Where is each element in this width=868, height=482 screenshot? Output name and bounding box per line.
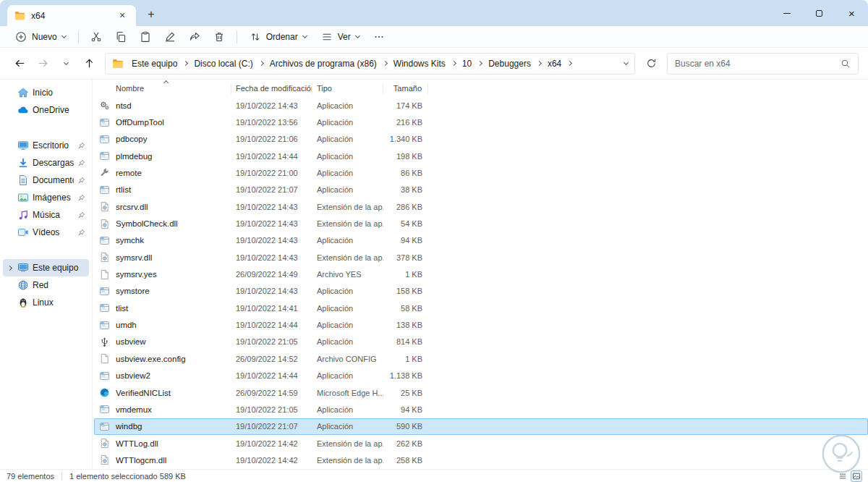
- file-name-cell: umdh: [94, 320, 231, 331]
- close-button[interactable]: ×: [835, 0, 868, 26]
- breadcrumb-separator-icon[interactable]: [183, 61, 188, 66]
- table-row[interactable]: usbview2 19/10/2022 14:44 Aplicación 1.1…: [94, 368, 868, 384]
- more-options-button[interactable]: [367, 27, 391, 47]
- file-name-cell: tlist: [94, 303, 231, 313]
- new-button[interactable]: Nuevo: [9, 27, 72, 47]
- column-header-tipo[interactable]: Tipo: [312, 83, 383, 94]
- chevron-right-icon[interactable]: [7, 265, 12, 270]
- search-box[interactable]: Buscar en x64: [667, 53, 859, 75]
- sidebar-item-música[interactable]: Música: [3, 206, 89, 224]
- plus-circle-icon: [15, 31, 27, 43]
- breadcrumb-item[interactable]: Debuggers: [485, 56, 535, 71]
- tab-close-icon[interactable]: ×: [116, 9, 129, 22]
- share-button[interactable]: [183, 27, 206, 47]
- breadcrumb-item[interactable]: Windows Kits: [390, 56, 449, 71]
- breadcrumb-item[interactable]: Disco local (C:): [190, 56, 256, 71]
- network-icon: [17, 279, 29, 291]
- breadcrumb-item[interactable]: Este equipo: [128, 56, 181, 71]
- new-tab-button[interactable]: +: [142, 5, 161, 24]
- breadcrumb-item[interactable]: 10: [459, 56, 475, 71]
- table-row[interactable]: symsrv.dll 19/10/2022 14:43 Extensión de…: [94, 249, 868, 266]
- table-row[interactable]: windbg 19/10/2022 21:07 Aplicación 590 K…: [94, 418, 868, 435]
- refresh-button[interactable]: [641, 54, 661, 74]
- pin-icon: [77, 158, 86, 167]
- sort-button[interactable]: Ordenar: [243, 27, 313, 47]
- chevron-slot: [6, 301, 14, 305]
- table-row[interactable]: OffDumpTool 19/10/2022 13:56 Aplicación …: [94, 114, 868, 130]
- breadcrumb-item[interactable]: Archivos de programa (x86): [266, 56, 380, 71]
- back-button[interactable]: [9, 54, 30, 74]
- file-type: Aplicación: [312, 321, 383, 329]
- table-row[interactable]: ntsd 19/10/2022 14:43 Aplicación 174 KB: [94, 97, 868, 114]
- file-date: 26/09/2022 14:52: [231, 355, 312, 363]
- address-dropdown-icon[interactable]: [624, 59, 629, 64]
- sidebar-item-vídeos[interactable]: Vídeos: [3, 224, 89, 241]
- downloads-icon: [17, 157, 29, 169]
- breadcrumb-separator-icon[interactable]: [537, 61, 542, 66]
- table-row[interactable]: rtlist 19/10/2022 21:07 Aplicación 38 KB: [94, 182, 868, 198]
- table-row[interactable]: remote 19/10/2022 21:00 Aplicación 86 KB: [94, 164, 868, 181]
- table-row[interactable]: pdbcopy 19/10/2022 21:06 Aplicación 1.34…: [94, 131, 868, 148]
- file-size: 38 KB: [383, 185, 428, 194]
- breadcrumb-separator-icon[interactable]: [567, 61, 572, 66]
- file-date: 19/10/2022 14:42: [231, 439, 312, 448]
- table-row[interactable]: WTTLog.dll 19/10/2022 14:42 Extensión de…: [94, 435, 868, 452]
- sidebar-item-imágenes[interactable]: Imágenes: [3, 189, 89, 206]
- up-button[interactable]: [79, 54, 99, 74]
- column-header-nombre[interactable]: Nombre: [94, 83, 231, 94]
- table-row[interactable]: symchk 19/10/2022 14:43 Aplicación 94 KB: [94, 232, 868, 249]
- table-row[interactable]: tlist 19/10/2022 14:41 Aplicación 58 KB: [94, 300, 868, 316]
- maximize-button[interactable]: [803, 0, 835, 26]
- column-header-tamano[interactable]: Tamaño: [383, 83, 428, 94]
- rename-button[interactable]: [158, 27, 182, 47]
- sidebar-item-linux[interactable]: Linux: [3, 294, 89, 311]
- sidebar-item-escritorio[interactable]: Escritorio: [3, 137, 89, 154]
- breadcrumb-separator-icon[interactable]: [477, 61, 482, 66]
- cut-button[interactable]: [85, 27, 108, 47]
- sidebar-item-este-equipo[interactable]: Este equipo: [3, 259, 89, 276]
- table-row[interactable]: VerifiedNICList 26/09/2022 14:59 Microso…: [94, 384, 868, 401]
- file-date: 19/10/2022 14:43: [231, 219, 312, 228]
- sidebar-item-descargas[interactable]: Descargas: [3, 154, 89, 172]
- table-row[interactable]: symsrv.yes 26/09/2022 14:49 Archivo YES …: [94, 266, 868, 282]
- file-size: 158 KB: [383, 287, 428, 295]
- table-row[interactable]: usbview 19/10/2022 21:05 Aplicación 814 …: [94, 334, 868, 350]
- copy-button[interactable]: [109, 27, 132, 47]
- file-type: Aplicación: [312, 135, 383, 143]
- toolbar-divider: [237, 30, 237, 43]
- sidebar-item-documentos[interactable]: Documentos: [3, 172, 89, 189]
- breadcrumb-item[interactable]: x64: [544, 56, 565, 71]
- forward-button[interactable]: [33, 54, 53, 74]
- sidebar-item-label: Inicio: [33, 88, 86, 98]
- table-row[interactable]: usbview.exe.config 26/09/2022 14:52 Arch…: [94, 350, 868, 367]
- gear-icon: [99, 100, 110, 111]
- column-header-fecha[interactable]: Fecha de modificación: [231, 83, 312, 94]
- file-date: 19/10/2022 21:06: [231, 135, 312, 143]
- file-name: usbview.exe.config: [116, 355, 186, 363]
- table-row[interactable]: SymbolCheck.dll 19/10/2022 14:43 Extensi…: [94, 215, 868, 232]
- view-button[interactable]: Ver: [315, 27, 366, 47]
- breadcrumb-separator-icon[interactable]: [383, 61, 388, 66]
- file-name: umdh: [116, 321, 137, 329]
- tab-x64[interactable]: x64 ×: [7, 5, 136, 26]
- table-row[interactable]: plmdebug 19/10/2022 14:44 Aplicación 198…: [94, 148, 868, 164]
- file-name: usbview2: [116, 371, 150, 380]
- sidebar-item-red[interactable]: Red: [3, 276, 89, 294]
- minimize-button[interactable]: [770, 0, 803, 26]
- refresh-icon: [646, 58, 657, 69]
- address-bar[interactable]: Este equipoDisco local (C:)Archivos de p…: [105, 53, 635, 75]
- delete-button[interactable]: [208, 27, 231, 47]
- file-type: Aplicación: [312, 152, 383, 161]
- table-row[interactable]: srcsrv.dll 19/10/2022 14:43 Extensión de…: [94, 198, 868, 215]
- file-name: symsrv.dll: [116, 253, 152, 262]
- table-row[interactable]: umdh 19/10/2022 14:44 Aplicación 138 KB: [94, 316, 868, 333]
- table-row[interactable]: WTTlogcm.dll 19/10/2022 14:42 Extensión …: [94, 452, 868, 468]
- table-row[interactable]: vmdemux 19/10/2022 21:05 Aplicación 94 K…: [94, 401, 868, 418]
- breadcrumb-separator-icon[interactable]: [259, 61, 264, 66]
- recent-locations-button[interactable]: [56, 54, 76, 74]
- paste-button[interactable]: [134, 27, 157, 47]
- table-row[interactable]: symstore 19/10/2022 14:43 Aplicación 158…: [94, 283, 868, 300]
- sidebar-item-onedrive[interactable]: OneDrive: [3, 101, 89, 119]
- breadcrumb-separator-icon[interactable]: [451, 61, 456, 66]
- sidebar-item-inicio[interactable]: Inicio: [3, 84, 89, 101]
